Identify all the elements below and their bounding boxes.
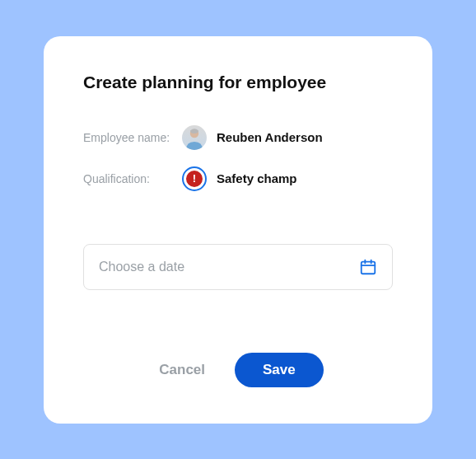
- dialog-title: Create planning for employee: [83, 73, 393, 92]
- svg-rect-1: [362, 261, 376, 274]
- date-input[interactable]: Choose a date: [83, 244, 393, 290]
- date-placeholder: Choose a date: [99, 260, 184, 274]
- qualification-label: Qualification:: [83, 172, 182, 185]
- qualification-value-group: ! Safety champ: [182, 166, 297, 191]
- employee-name: Reuben Anderson: [217, 130, 323, 144]
- save-button[interactable]: Save: [235, 353, 324, 387]
- employee-value-group: Reuben Anderson: [182, 125, 323, 150]
- employee-avatar: [182, 125, 207, 150]
- cancel-button[interactable]: Cancel: [152, 354, 212, 386]
- alert-badge-icon: !: [182, 166, 207, 191]
- employee-row: Employee name: Reuben Anderson: [83, 125, 393, 150]
- create-planning-dialog: Create planning for employee Employee na…: [44, 36, 432, 424]
- calendar-icon: [359, 258, 377, 276]
- employee-label: Employee name:: [83, 131, 182, 144]
- qualification-name: Safety champ: [217, 171, 297, 185]
- qualification-row: Qualification: ! Safety champ: [83, 166, 393, 191]
- dialog-actions: Cancel Save: [83, 353, 393, 391]
